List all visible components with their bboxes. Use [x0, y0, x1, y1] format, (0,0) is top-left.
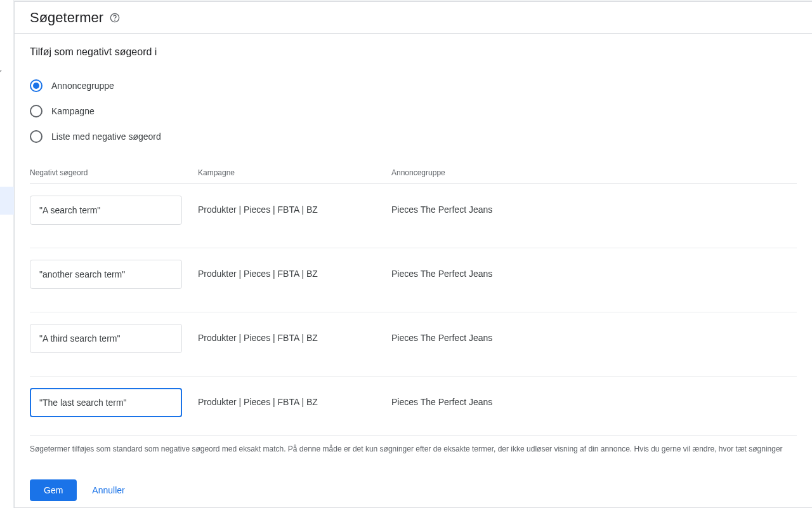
negative-keyword-input[interactable]	[30, 388, 182, 417]
nav-sidebar-sliver: er	[0, 0, 14, 508]
help-icon[interactable]	[110, 13, 120, 23]
radio-indicator-selected	[30, 79, 43, 92]
section-title: Tilføj som negativt søgeord i	[30, 46, 797, 58]
negative-keywords-table: Negativt søgeord Kampagne Annoncegruppe …	[30, 162, 797, 436]
campaign-cell: Produkter | Pieces | FBTA | BZ	[198, 260, 391, 279]
table-header: Negativt søgeord Kampagne Annoncegruppe	[30, 162, 797, 184]
radio-campaign-label: Kampagne	[51, 106, 95, 116]
table-row: Produkter | Pieces | FBTA | BZPieces The…	[30, 184, 797, 248]
negative-keyword-input[interactable]	[30, 324, 182, 353]
radio-list-label: Liste med negative søgeord	[51, 131, 161, 142]
col-header-adgroup: Annoncegruppe	[391, 168, 797, 177]
cancel-button[interactable]: Annuller	[89, 480, 127, 500]
radio-campaign[interactable]: Kampagne	[30, 98, 797, 124]
negative-keyword-input[interactable]	[30, 260, 182, 289]
col-header-term: Negativt søgeord	[30, 168, 198, 177]
campaign-cell: Produkter | Pieces | FBTA | BZ	[198, 388, 391, 407]
radio-indicator	[30, 130, 43, 143]
radio-adgroup-label: Annoncegruppe	[51, 81, 114, 91]
col-header-campaign: Kampagne	[198, 168, 391, 177]
adgroup-cell: Pieces The Perfect Jeans	[391, 196, 797, 215]
sidebar-fragment-text: er	[0, 67, 1, 77]
table-row: Produkter | Pieces | FBTA | BZPieces The…	[30, 312, 797, 377]
panel-header: Søgetermer	[15, 2, 812, 34]
adgroup-cell: Pieces The Perfect Jeans	[391, 260, 797, 279]
adgroup-cell: Pieces The Perfect Jeans	[391, 388, 797, 407]
negative-keyword-input[interactable]	[30, 196, 182, 225]
panel-content: Tilføj som negativt søgeord i Annoncegru…	[15, 34, 812, 472]
campaign-cell: Produkter | Pieces | FBTA | BZ	[198, 196, 391, 215]
svg-point-1	[115, 20, 115, 20]
campaign-cell: Produkter | Pieces | FBTA | BZ	[198, 324, 391, 343]
page-title: Søgetermer	[30, 10, 103, 26]
radio-list[interactable]: Liste med negative søgeord	[30, 124, 797, 149]
radio-indicator	[30, 105, 43, 117]
target-radio-group: Annoncegruppe Kampagne Liste med negativ…	[30, 73, 797, 149]
action-bar: Gem Annuller	[15, 473, 812, 507]
adgroup-cell: Pieces The Perfect Jeans	[391, 324, 797, 343]
footnote-text: Søgetermer tilføjes som standard som neg…	[30, 436, 797, 472]
sidebar-active-highlight	[0, 187, 14, 215]
radio-adgroup[interactable]: Annoncegruppe	[30, 73, 797, 98]
search-terms-panel: Søgetermer Tilføj som negativt søgeord i…	[14, 1, 812, 508]
save-button[interactable]: Gem	[30, 479, 77, 501]
table-row: Produkter | Pieces | FBTA | BZPieces The…	[30, 377, 797, 436]
table-row: Produkter | Pieces | FBTA | BZPieces The…	[30, 248, 797, 312]
